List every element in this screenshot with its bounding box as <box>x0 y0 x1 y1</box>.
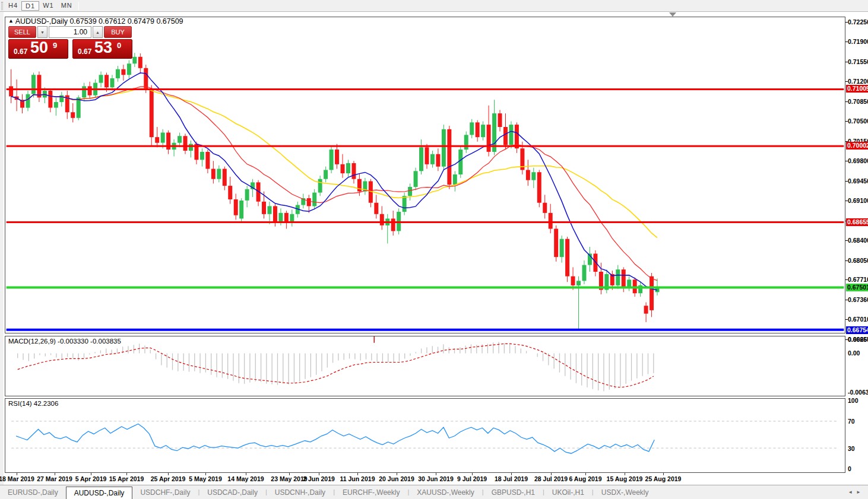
tab-usdx-weekly[interactable]: USDX-,Weekly <box>594 487 657 498</box>
sell-price-prefix: 0.67 <box>14 47 27 56</box>
price-axis[interactable]: 0.722500.719000.715500.712000.708500.705… <box>845 12 868 481</box>
buy-quote-box[interactable]: 0.67 53 0 <box>72 39 132 59</box>
price-axis-label: 0.70850 <box>848 98 868 105</box>
price-axis-label: 0.68050 <box>848 257 868 264</box>
tab-gbpusd-h1[interactable]: GBPUSD-,H1 <box>484 487 543 498</box>
toolbar-separator <box>78 2 79 10</box>
price-axis-label: 0.67360 <box>848 296 868 303</box>
tab-xauusd-weekly[interactable]: XAUUSD-,Weekly <box>409 487 481 498</box>
tabs-scroll-left-icon[interactable]: ◄ <box>848 490 856 495</box>
price-axis-label: 0.71550 <box>848 58 868 65</box>
chart-header: ▲ AUDUSD-,Daily 0.67539 0.67612 0.67479 … <box>8 17 183 26</box>
price-axis-label: 0.67010 <box>848 316 868 323</box>
rsi-axis-label: 0 <box>848 465 851 472</box>
rsi-panel[interactable] <box>5 398 845 473</box>
tab-audusd-daily[interactable]: AUDUSD-,Daily <box>66 487 133 499</box>
collapse-triangle-icon[interactable]: ▲ <box>8 18 14 24</box>
x-axis-label: 15 Apr 2019 <box>103 475 150 482</box>
tab-ukoil-h1[interactable]: UKOil-,H1 <box>544 487 592 498</box>
rsi-label: RSI(14) 42.2306 <box>8 400 58 407</box>
price-level-tag: 0.71005 <box>846 85 868 93</box>
buy-price-big: 53 <box>94 39 112 57</box>
price-axis-label: 0.68400 <box>848 237 868 244</box>
macd-axis-label: 0.00 <box>848 349 860 357</box>
price-axis-label: 0.70500 <box>848 117 868 125</box>
price-axis-label: 0.69800 <box>848 157 868 164</box>
tab-usdcad-daily[interactable]: USDCAD-,Daily <box>199 487 265 498</box>
volume-increase-button[interactable]: ▲ <box>93 26 103 38</box>
x-axis-label: 25 Aug 2019 <box>639 475 687 482</box>
tabs-scroll-right-icon[interactable]: ► <box>856 490 864 495</box>
sell-quote-box[interactable]: 0.67 50 9 <box>8 39 68 59</box>
rsi-axis-label: 100 <box>848 397 859 404</box>
main-price-chart[interactable] <box>5 17 845 333</box>
sell-price-big: 50 <box>30 39 48 57</box>
symbol-tab-bar: EURUSD-,DailyAUDUSD-,DailyUSDCHF-,Daily|… <box>0 485 868 499</box>
sell-button[interactable]: SELL <box>8 26 36 38</box>
timeframe-button-mn[interactable]: MN <box>58 1 76 11</box>
tab-eurusd-daily[interactable]: EURUSD-,Daily <box>0 487 66 498</box>
toolbar-drag-handle[interactable] <box>1 2 3 10</box>
timeframe-button-h4[interactable]: H4 <box>5 1 21 11</box>
price-axis-label: 0.71900 <box>848 38 868 45</box>
timeframe-button-w1[interactable]: W1 <box>39 1 58 11</box>
timeframe-button-d1[interactable]: D1 <box>21 1 39 11</box>
ohlc-values: 0.67539 0.67612 0.67479 0.67509 <box>69 17 183 26</box>
price-axis-label: 0.71200 <box>848 78 868 85</box>
symbol-title: AUDUSD-,Daily <box>15 17 68 26</box>
macd-label: MACD(12,26,9) -0.003330 -0.003835 <box>8 338 121 345</box>
chart-shift-marker-icon[interactable] <box>669 12 676 17</box>
price-level-tag: 0.66754 <box>846 326 868 334</box>
price-axis-label: 0.72250 <box>848 18 868 26</box>
price-level-tag: 0.68655 <box>846 218 868 226</box>
volume-input[interactable] <box>49 26 91 38</box>
macd-axis-label: 0.002574 <box>848 336 868 343</box>
price-level-tag: 0.70002 <box>846 142 868 150</box>
buy-button[interactable]: BUY <box>104 26 132 38</box>
price-level-tag: 0.67501 <box>846 284 868 291</box>
tab-usdcnh-daily[interactable]: USDCNH-,Daily <box>267 487 333 498</box>
volume-decrease-button[interactable]: ▼ <box>37 26 47 38</box>
price-axis-label: 0.69100 <box>848 197 868 204</box>
price-axis-label: 0.67710 <box>848 276 868 283</box>
timeframe-toolbar: H4D1W1MN <box>0 0 868 12</box>
macd-axis-label: -0.006326 <box>848 389 868 396</box>
tab-eurchf-weekly[interactable]: EURCHF-,Weekly <box>335 487 407 498</box>
buy-price-sup: 0 <box>117 41 121 50</box>
macd-panel[interactable] <box>5 336 845 396</box>
rsi-axis-label: 30 <box>848 445 855 452</box>
one-click-trading-panel: SELL ▼ ▲ BUY 0.67 50 9 0.67 53 0 <box>8 26 133 59</box>
tab-usdchf-daily[interactable]: USDCHF-,Daily <box>132 487 198 498</box>
rsi-axis-label: 70 <box>848 418 855 425</box>
price-axis-label: 0.69450 <box>848 177 868 185</box>
x-axis-label: 14 May 2019 <box>222 475 270 482</box>
buy-price-prefix: 0.67 <box>78 47 91 56</box>
sell-price-sup: 9 <box>53 41 57 50</box>
